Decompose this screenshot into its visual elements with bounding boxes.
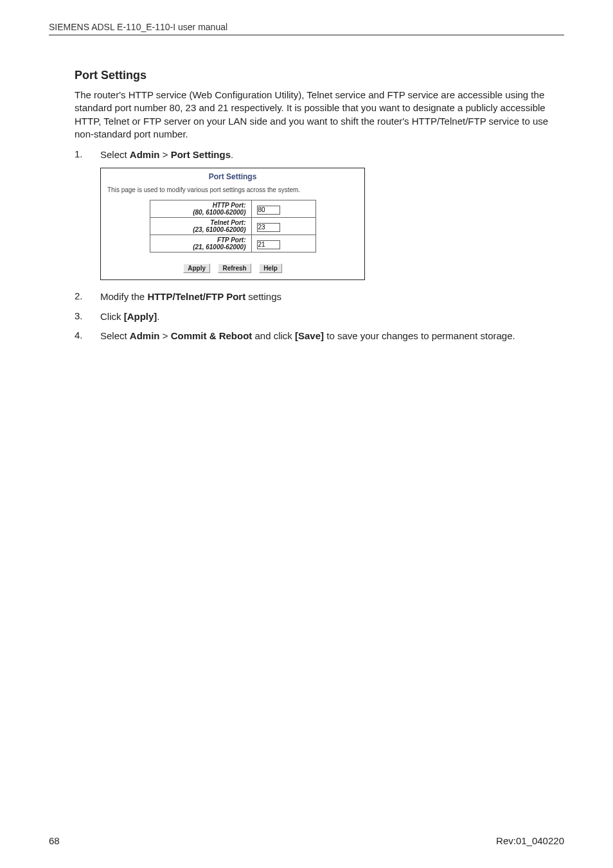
step-text: Select Admin > Commit & Reboot and click… [100, 330, 562, 342]
step-list-cont: 2. Modify the HTTP/Telnet/FTP Port setti… [75, 290, 562, 342]
telnet-port-label: Telnet Port: (23, 61000-62000) [150, 218, 251, 235]
telnet-port-input[interactable] [257, 223, 280, 232]
refresh-button[interactable]: Refresh [218, 263, 251, 273]
running-head: SIEMENS ADSL E-110_E-110-I user manual [49, 22, 564, 35]
step-num: 1. [75, 148, 100, 161]
step-num: 4. [75, 330, 100, 342]
step-4: 4. Select Admin > Commit & Reboot and cl… [75, 330, 562, 342]
http-port-label: HTTP Port: (80, 61000-62000) [150, 200, 251, 218]
step-2: 2. Modify the HTTP/Telnet/FTP Port setti… [75, 290, 562, 303]
ftp-port-input[interactable] [257, 240, 280, 249]
revision: Rev:01_040220 [496, 835, 564, 846]
help-button[interactable]: Help [259, 263, 282, 273]
port-settings-panel: Port Settings This page is used to modif… [100, 168, 365, 280]
step-text: Modify the HTTP/Telnet/FTP Port settings [100, 290, 562, 303]
step-num: 2. [75, 290, 100, 303]
step-text: Select Admin > Port Settings. [100, 148, 562, 161]
step-1: 1. Select Admin > Port Settings. [75, 148, 562, 161]
port-table: HTTP Port: (80, 61000-62000) Telnet Port… [150, 200, 316, 252]
table-row: FTP Port: (21, 61000-62000) [150, 235, 315, 252]
panel-title: Port Settings [105, 172, 360, 181]
step-3: 3. Click [Apply]. [75, 310, 562, 323]
page-number: 68 [49, 835, 60, 846]
table-row: Telnet Port: (23, 61000-62000) [150, 218, 315, 235]
http-port-cell [251, 200, 315, 218]
ftp-port-cell [251, 235, 315, 252]
section-intro: The router's HTTP service (Web Configura… [75, 89, 562, 141]
step-list: 1. Select Admin > Port Settings. [75, 148, 562, 161]
page-footer: 68 Rev:01_040220 [49, 835, 564, 846]
apply-button[interactable]: Apply [183, 263, 210, 273]
step-num: 3. [75, 310, 100, 323]
http-port-input[interactable] [257, 206, 280, 215]
ftp-port-label: FTP Port: (21, 61000-62000) [150, 235, 251, 252]
step-text: Click [Apply]. [100, 310, 562, 323]
telnet-port-cell [251, 218, 315, 235]
section-title: Port Settings [75, 69, 562, 82]
panel-desc: This page is used to modify various port… [107, 186, 360, 193]
panel-buttons: Apply Refresh Help [105, 261, 360, 273]
table-row: HTTP Port: (80, 61000-62000) [150, 200, 315, 218]
main-content: Port Settings The router's HTTP service … [49, 69, 564, 342]
